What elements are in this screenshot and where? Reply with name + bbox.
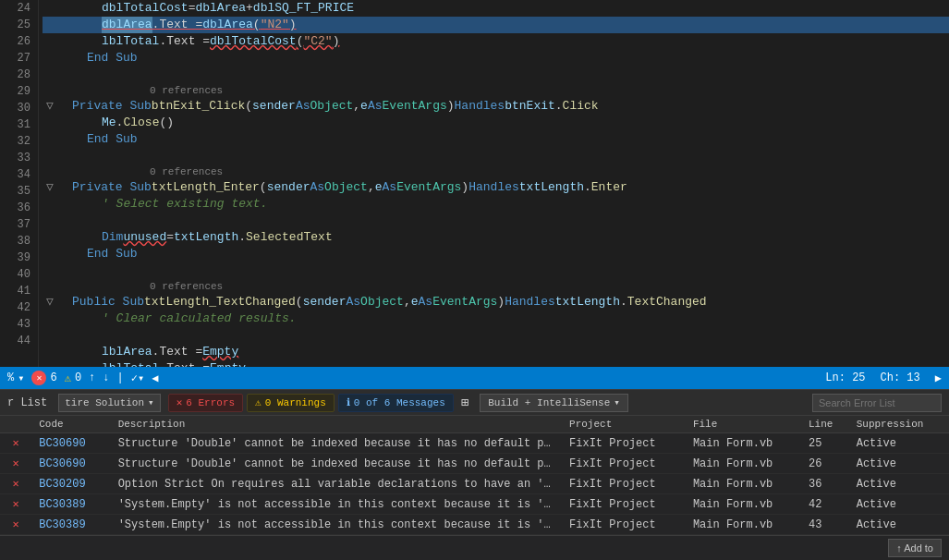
error-row-file-1: Main Form.vb — [686, 454, 801, 474]
code-line-28 — [43, 67, 949, 83]
error-row-icon-1: ✕ — [0, 454, 31, 474]
error-row-line-2: 36 — [801, 474, 849, 494]
code-line-34: ' Select existing text. — [43, 196, 949, 213]
col-header-suppression[interactable]: Suppression — [849, 416, 949, 433]
table-row[interactable]: ✕ BC30690 Structure 'Double' cannot be i… — [0, 454, 949, 474]
error-count: 6 — [50, 371, 56, 384]
error-row-file-4: Main Form.vb — [686, 515, 801, 535]
filter-warnings-btn[interactable]: ⚠ 0 Warnings — [247, 394, 335, 412]
nav-up-btn[interactable]: ↑ — [89, 371, 95, 384]
error-status[interactable]: ✕ 6 — [31, 371, 56, 385]
col-header-project[interactable]: Project — [562, 416, 686, 433]
error-filter-icon: ✕ — [176, 396, 183, 408]
code-line-33: ▽ Private Sub txtLength_Enter ( sender A… — [43, 179, 949, 196]
code-line-29: ▽ Private Sub btnExit_Click ( sender As … — [43, 98, 949, 115]
code-line-24: dblTotalCost = dblArea + dblSQ_FT_PRICE — [43, 0, 949, 17]
error-row-line-0: 25 — [801, 433, 849, 454]
error-row-icon-3: ✕ — [0, 494, 31, 515]
error-row-project-4: FixIt Project — [562, 515, 686, 535]
ref-comment-39: 0 references — [43, 279, 949, 294]
col-header-desc[interactable]: Description — [111, 416, 562, 433]
warning-count: 0 — [75, 371, 81, 384]
warning-filter-icon: ⚠ — [255, 396, 262, 408]
error-row-project-1: FixIt Project — [562, 454, 686, 474]
error-row-suppression-2: Active — [849, 474, 949, 494]
add-to-suppression-btn[interactable]: ↑ Add to — [888, 539, 942, 557]
col-header-icon — [0, 416, 31, 433]
scroll-right-btn[interactable]: ▶ — [935, 371, 942, 385]
error-row-line-4: 43 — [801, 515, 849, 535]
error-row-suppression-4: Active — [849, 515, 949, 535]
error-row-project-0: FixIt Project — [562, 433, 686, 454]
build-dropdown[interactable]: Build + IntelliSense ▾ — [480, 394, 628, 412]
scroll-left-btn[interactable]: ◀ — [152, 371, 158, 385]
col-num: Ch: 13 — [881, 371, 920, 384]
build-dropdown-icon: ▾ — [614, 396, 620, 408]
code-line-31: End Sub — [43, 131, 949, 148]
error-badge: ✕ — [31, 371, 46, 385]
error-filter-label: 6 Errors — [186, 397, 235, 408]
code-line-26: lblTotal .Text = dblTotalCost ( "C2" ) — [43, 33, 949, 50]
code-line-30: Me . Close () — [43, 115, 949, 131]
table-header-row: Code Description Project File Line Suppr… — [0, 416, 949, 433]
filter-errors-btn[interactable]: ✕ 6 Errors — [168, 394, 243, 412]
info-filter-icon: ℹ — [347, 396, 350, 408]
error-row-icon-4: ✕ — [0, 515, 31, 535]
code-line-41 — [43, 327, 949, 344]
error-row-desc-0: Structure 'Double' cannot be indexed bec… — [111, 433, 562, 454]
table-row[interactable]: ✕ BC30389 'System.Empty' is not accessib… — [0, 494, 949, 515]
warning-filter-label: 0 Warnings — [265, 397, 326, 408]
error-table: Code Description Project File Line Suppr… — [0, 416, 949, 535]
zoom-text: % — [7, 371, 14, 384]
filter-options-icon[interactable]: ⊞ — [457, 395, 472, 410]
filter-icon[interactable]: | — [116, 371, 123, 384]
status-bar: % ▾ ✕ 6 ⚠ 0 ↑ ↓ | ✓▾ ◀ Ln: 25 Ch: 13 ▶ — [0, 367, 949, 389]
zoom-level[interactable]: % ▾ — [7, 371, 24, 385]
code-line-39: ▽ Public Sub txtLength_TextChanged ( sen… — [43, 294, 949, 310]
code-line-25: dblArea .Text = dblArea ( "N2" ) — [43, 17, 949, 33]
code-line-35 — [43, 213, 949, 229]
editor-area: 24 25 26 27 28 29 30 31 32 33 34 35 36 3… — [0, 0, 949, 367]
col-header-file[interactable]: File — [686, 416, 801, 433]
error-row-code-0: BC30690 — [31, 433, 110, 454]
code-line-37: End Sub — [43, 246, 949, 262]
table-row[interactable]: ✕ BC30690 Structure 'Double' cannot be i… — [0, 433, 949, 454]
checkmark-menu[interactable]: ✓▾ — [131, 371, 144, 385]
code-line-42: lblArea .Text = Empty — [43, 344, 949, 360]
error-row-project-2: FixIt Project — [562, 474, 686, 494]
error-row-suppression-1: Active — [849, 454, 949, 474]
error-row-file-2: Main Form.vb — [686, 474, 801, 494]
nav-down-btn[interactable]: ↓ — [103, 371, 109, 384]
code-line-36: Dim unused = txtLength . SelectedText — [43, 229, 949, 246]
error-row-line-1: 26 — [801, 454, 849, 474]
error-row-icon-2: ✕ — [0, 474, 31, 494]
table-row[interactable]: ✕ BC30209 Option Strict On requires all … — [0, 474, 949, 494]
error-row-desc-4: 'System.Empty' is not accessible in this… — [111, 515, 562, 535]
line-num: Ln: 25 — [825, 371, 865, 384]
ref-comment-33: 0 references — [43, 164, 949, 179]
error-row-suppression-0: Active — [849, 433, 949, 454]
error-list-header: r List tire Solution ▾ ✕ 6 Errors ⚠ 0 Wa… — [0, 390, 949, 416]
search-error-input[interactable] — [812, 394, 942, 412]
build-label: Build + IntelliSense — [488, 397, 610, 408]
cursor-position: Ln: 25 Ch: 13 — [825, 371, 919, 384]
code-content[interactable]: dblTotalCost = dblArea + dblSQ_FT_PRICE … — [39, 0, 949, 367]
zoom-dropdown-icon[interactable]: ▾ — [18, 371, 24, 385]
filter-messages-btn[interactable]: ℹ 0 of 6 Messages — [338, 394, 454, 412]
code-container: 24 25 26 27 28 29 30 31 32 33 34 35 36 3… — [0, 0, 949, 367]
scope-dropdown[interactable]: tire Solution ▾ — [58, 394, 160, 412]
error-row-file-0: Main Form.vb — [686, 433, 801, 454]
code-line-32 — [43, 148, 949, 164]
code-line-27: End Sub — [43, 50, 949, 67]
ref-comment-29: 0 references — [43, 83, 949, 98]
code-line-40: ' Clear calculated results. — [43, 310, 949, 327]
scope-label: tire Solution — [65, 397, 144, 408]
col-header-line[interactable]: Line — [801, 416, 849, 433]
error-row-desc-2: Option Strict On requires all variable d… — [111, 474, 562, 494]
error-row-suppression-3: Active — [849, 494, 949, 515]
warning-status[interactable]: ⚠ 0 — [65, 371, 81, 385]
col-header-code[interactable]: Code — [31, 416, 110, 433]
table-row[interactable]: ✕ BC30389 'System.Empty' is not accessib… — [0, 515, 949, 535]
error-list-panel: r List tire Solution ▾ ✕ 6 Errors ⚠ 0 Wa… — [0, 389, 949, 560]
error-row-desc-1: Structure 'Double' cannot be indexed bec… — [111, 454, 562, 474]
